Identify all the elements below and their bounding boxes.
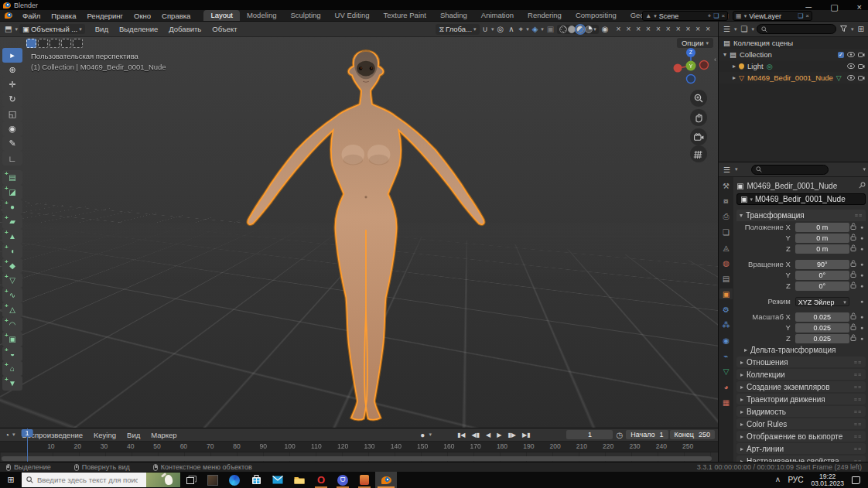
falloff-icon[interactable]: ∧ <box>507 25 515 33</box>
animate-dot[interactable]: ● <box>858 336 866 341</box>
viewport-menu-item[interactable]: Выделение <box>114 25 163 33</box>
search-input[interactable] <box>37 476 138 484</box>
value-slider[interactable]: 0.025 <box>795 312 849 322</box>
play-reverse-button[interactable]: ◀ <box>484 432 493 439</box>
value-slider[interactable]: 0° <box>795 271 849 280</box>
pan-view-button[interactable] <box>690 109 707 126</box>
tab-material[interactable]: ◕ <box>719 381 733 392</box>
addon-add-tool-button[interactable]: △ <box>2 302 22 317</box>
current-frame-field[interactable]: 1 <box>566 430 613 439</box>
new-viewlayer-icon[interactable]: ❏ <box>798 12 803 19</box>
tab-object[interactable]: ▣ <box>719 288 733 299</box>
tab-physics[interactable]: ◉ <box>719 335 733 346</box>
disable-render-camera-icon[interactable] <box>858 75 865 80</box>
outliner-row-mesh[interactable]: ▸ ▽ M0469_Bedir_0001_Nude ▽ <box>719 72 868 84</box>
panel-drag-handle[interactable]: ≡≡ <box>854 397 862 402</box>
proportional-edit-icon[interactable]: ◎ <box>495 25 505 33</box>
editor-type-icon[interactable]: ⬒ <box>3 25 13 33</box>
addon-header-icon[interactable]: × <box>695 25 700 33</box>
maximize-button[interactable]: ▢ <box>830 2 838 12</box>
language-indicator[interactable]: РУС <box>788 476 803 484</box>
viewport-options-button[interactable]: Опции▾ <box>677 38 713 48</box>
properties-search-input[interactable] <box>751 165 829 175</box>
panel-drag-handle[interactable]: ≡≡ <box>854 446 862 452</box>
disable-render-camera-icon[interactable] <box>858 52 865 57</box>
animate-dot[interactable]: ● <box>858 235 866 241</box>
value-slider[interactable]: 0.025 <box>795 323 849 333</box>
select-mode-intersect[interactable] <box>73 39 83 48</box>
addon-add-tool-button[interactable]: ▤ <box>2 170 22 185</box>
outliner-filter-id-icon[interactable]: ❏ <box>739 25 749 33</box>
animate-dot[interactable]: ● <box>858 299 866 304</box>
filter-funnel-icon[interactable] <box>839 25 849 33</box>
timeline-menu-item[interactable]: Вид <box>121 431 145 439</box>
value-slider[interactable]: 0 m <box>795 223 849 232</box>
playhead-frame-badge[interactable]: 1 <box>22 429 33 437</box>
workspace-tab[interactable]: UV Editing <box>328 10 377 21</box>
collapsed-panel[interactable]: ▸ Создание экземпляров ≡≡ <box>736 381 866 392</box>
frame-start-field[interactable]: Начало 1 <box>626 430 668 439</box>
outliner-display-mode-icon[interactable]: ☰ <box>722 25 732 33</box>
clock[interactable]: 19:22 03.01.2023 <box>811 473 844 487</box>
workspace-tab[interactable]: Animation <box>474 10 521 21</box>
opera-icon[interactable]: O <box>310 472 332 488</box>
lock-icon[interactable] <box>849 282 859 290</box>
mail-icon[interactable] <box>267 472 289 488</box>
animate-dot[interactable]: ● <box>858 325 866 330</box>
delta-transform-panel[interactable]: ▸ Дельта-трансформация <box>736 344 866 355</box>
panel-drag-handle[interactable]: ≡≡ <box>854 409 862 415</box>
gizmo-x-axis[interactable] <box>700 61 709 70</box>
prev-keyframe-button[interactable]: ◀▮ <box>469 432 482 439</box>
expand-icon[interactable]: ▸ <box>733 74 736 81</box>
addon-header-icon[interactable]: × <box>656 25 661 33</box>
addon-add-tool-button[interactable]: ▣ <box>2 332 22 346</box>
addon-add-tool-button[interactable]: ▽ <box>2 273 22 288</box>
expand-icon[interactable]: ▾ <box>723 51 726 58</box>
workspace-tab[interactable]: Layout <box>203 10 240 21</box>
value-slider[interactable]: 0.025 <box>795 334 849 343</box>
addon-add-tool-button[interactable]: ▰ <box>2 214 22 229</box>
animate-dot[interactable]: ● <box>858 283 866 288</box>
lock-icon[interactable] <box>849 244 859 253</box>
expand-icon[interactable]: ▸ <box>733 63 736 70</box>
shading-solid-icon[interactable] <box>568 26 576 33</box>
tray-expand-icon[interactable]: ˄ <box>776 476 781 484</box>
sidebar-toggle-icon[interactable]: ‹ <box>714 56 716 63</box>
lock-icon[interactable] <box>849 234 859 242</box>
taskbar-search[interactable] <box>22 473 180 487</box>
addon-header-icon[interactable]: × <box>636 25 641 33</box>
animate-dot[interactable]: ● <box>858 261 866 267</box>
object-name-field[interactable]: ▣▾ M0469_Bedir_0001_Nude <box>736 193 866 205</box>
select-mode-new[interactable] <box>38 39 48 48</box>
addon-add-tool-button[interactable]: ◆ <box>2 258 22 273</box>
addon-add-tool-button[interactable]: ◒ <box>2 346 22 361</box>
viewlayer-selector[interactable]: ▦▾ ViewLayer ❏ × <box>733 11 812 21</box>
panel-drag-handle[interactable]: ≡≡ <box>854 434 862 439</box>
overlays-icon[interactable]: ◈ <box>531 25 540 33</box>
lock-icon[interactable] <box>849 271 859 279</box>
addon-header-icon[interactable]: × <box>676 25 681 33</box>
camera-view-button[interactable] <box>690 128 707 145</box>
addon-header-icon[interactable]: × <box>706 25 710 33</box>
timeline-menu-item[interactable]: Маркер <box>145 431 182 439</box>
menu-item[interactable]: Правка <box>46 12 81 20</box>
menu-item[interactable]: Рендеринг <box>81 12 128 20</box>
value-slider[interactable]: 0 m <box>795 234 849 243</box>
tool-button[interactable]: ◱ <box>2 107 22 121</box>
tab-viewlayer[interactable]: ❏ <box>719 227 733 237</box>
properties-editor-icon[interactable]: ☰ <box>722 166 732 174</box>
panel-drag-handle[interactable]: ≡≡ <box>854 360 862 365</box>
new-scene-icon[interactable]: ❏ <box>713 12 719 19</box>
visibility-eye-icon[interactable]: ◉ <box>600 25 610 33</box>
gizmo-z-neg-axis[interactable] <box>687 75 695 84</box>
viewport-menu-item[interactable]: Вид <box>90 25 114 33</box>
lock-icon[interactable] <box>849 223 859 231</box>
workspace-tab[interactable]: Rendering <box>521 10 569 21</box>
outliner-search-input[interactable] <box>757 24 836 34</box>
tab-tool[interactable]: ⚒ <box>719 180 733 191</box>
play-button[interactable]: ▶ <box>494 432 504 439</box>
office-icon[interactable] <box>354 472 375 488</box>
collapsed-panel[interactable]: ▸ Настраиваемые свойства ≡≡ <box>736 456 866 462</box>
minimize-button[interactable]: ─ <box>805 2 812 12</box>
tab-render[interactable]: ⧇ <box>719 196 733 206</box>
